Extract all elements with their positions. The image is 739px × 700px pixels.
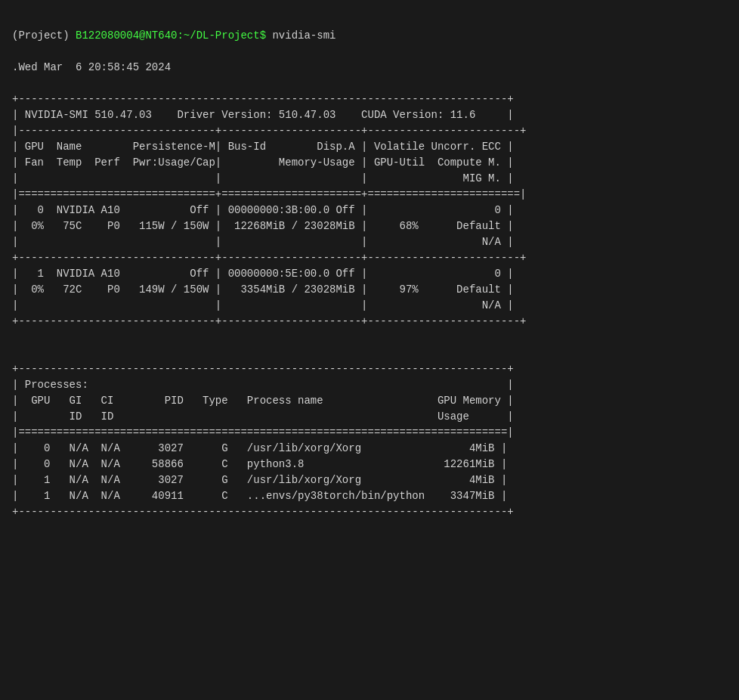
date-line: .Wed Mar 6 20:58:45 2024 (12, 60, 727, 76)
prompt-user: B122080004@NT640:~/DL-Project$ (76, 29, 266, 42)
prompt-cmd: nvidia-smi (266, 29, 335, 42)
nvidia-smi-output: +---------------------------------------… (12, 91, 727, 520)
prompt-project: (Project) (12, 29, 76, 42)
prompt-line: (Project) B122080004@NT640:~/DL-Project$… (12, 28, 727, 44)
terminal-output: (Project) B122080004@NT640:~/DL-Project$… (12, 12, 727, 536)
